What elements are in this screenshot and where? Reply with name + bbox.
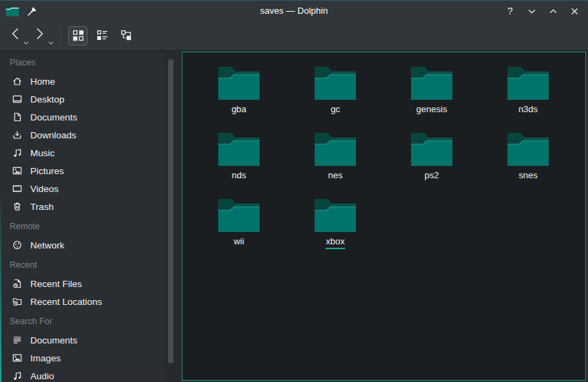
section-label-search-for: Search For <box>0 310 165 331</box>
folder-item-snes[interactable]: snes <box>480 131 576 197</box>
sidebar-item-music[interactable]: Music <box>0 144 165 162</box>
folder-label: n3ds <box>518 104 538 115</box>
sidebar-item-home[interactable]: Home <box>0 72 165 90</box>
music-note-icon <box>12 147 23 158</box>
folder-icon <box>410 66 453 100</box>
folder-icon <box>507 132 549 167</box>
details-tree-view-icon <box>120 30 132 41</box>
maximize-button[interactable] <box>547 6 558 17</box>
titlebar: saves — Dolphin ? <box>0 0 588 21</box>
sidebar-item-recent-locations[interactable]: Recent Locations <box>0 293 165 310</box>
sidebar-item-label: Network <box>30 240 65 251</box>
forward-history-caret-icon[interactable] <box>48 41 54 45</box>
image-icon <box>12 352 23 363</box>
sidebar-item-documents[interactable]: Documents <box>0 331 165 349</box>
folder-icon <box>218 66 260 100</box>
recent-folder-icon <box>12 296 23 307</box>
recent-file-icon <box>12 278 23 289</box>
folder-icon <box>410 132 453 167</box>
toolbar: Home retrodeck saves Split <box>0 21 588 51</box>
section-label-recent: Recent <box>0 254 165 275</box>
music-note-icon <box>12 370 23 381</box>
sidebar-item-pictures[interactable]: Pictures <box>0 162 165 180</box>
toolbar-separator <box>61 28 61 44</box>
folder-item-gba[interactable]: gba <box>191 65 287 131</box>
sidebar-item-label: Desktop <box>30 94 65 105</box>
sidebar-item-desktop[interactable]: Desktop <box>0 90 165 108</box>
folder-item-genesis[interactable]: genesis <box>384 65 480 131</box>
sidebar-item-label: Images <box>30 353 61 363</box>
forward-button[interactable] <box>36 28 51 44</box>
document-icon <box>12 112 23 123</box>
sidebar-item-label: Recent Locations <box>30 297 102 307</box>
sidebar-item-videos[interactable]: Videos <box>0 180 165 198</box>
folder-icon <box>314 66 357 100</box>
icons-view-icon <box>72 30 84 41</box>
folder-item-ps2[interactable]: ps2 <box>384 131 480 197</box>
folder-label: nds <box>232 170 246 181</box>
folder-label: gc <box>330 104 340 115</box>
sidebar-item-label: Home <box>30 76 55 87</box>
section-label-places: Places <box>0 52 165 72</box>
compact-view-button[interactable] <box>92 26 112 45</box>
folder-icon <box>218 198 260 233</box>
section-label-remote: Remote <box>0 215 165 236</box>
sidebar-item-network[interactable]: Network <box>0 236 165 254</box>
folder-icon <box>507 66 549 100</box>
film-icon <box>12 183 23 194</box>
folder-label: gba <box>231 104 246 115</box>
sidebar-item-images[interactable]: Images <box>0 349 165 367</box>
folder-label: nes <box>328 170 343 181</box>
sidebar-item-documents[interactable]: Documents <box>0 108 165 126</box>
sidebar-item-label: Trash <box>30 202 54 212</box>
desktop-icon <box>12 94 23 105</box>
places-panel: PlacesHomeDesktopDocumentsDownloadsMusic… <box>0 52 165 382</box>
sidebar-item-audio[interactable]: Audio <box>0 367 165 382</box>
folder-grid: gbagcgenesisn3dsndsnesps2sneswiixbox <box>182 52 585 263</box>
folder-label: ps2 <box>425 170 439 181</box>
close-button[interactable] <box>569 6 580 17</box>
minimize-button[interactable] <box>526 6 537 17</box>
sidebar-item-label: Downloads <box>30 130 76 140</box>
icons-view-button[interactable] <box>68 26 87 45</box>
sidebar-item-label: Pictures <box>30 166 64 176</box>
folder-label: wii <box>233 236 244 247</box>
download-icon <box>12 129 23 140</box>
text-lines-icon <box>12 335 23 346</box>
compact-view-icon <box>96 30 108 41</box>
folder-item-gc[interactable]: gc <box>287 65 384 131</box>
folder-label: genesis <box>417 104 448 115</box>
home-icon <box>12 76 23 87</box>
back-button[interactable] <box>11 28 26 44</box>
folder-item-n3ds[interactable]: n3ds <box>480 65 576 131</box>
sidebar-item-label: Music <box>30 148 54 158</box>
sidebar-item-label: Documents <box>30 335 77 346</box>
details-view-button[interactable] <box>116 26 136 45</box>
network-icon <box>12 240 23 251</box>
folder-item-wii[interactable]: wii <box>191 197 287 263</box>
trash-icon <box>12 201 23 212</box>
window-title: saves — Dolphin <box>0 1 588 21</box>
folder-label: xbox <box>326 236 344 249</box>
folder-view[interactable]: gbagcgenesisn3dsndsnesps2sneswiixbox <box>182 52 586 381</box>
sidebar-item-trash[interactable]: Trash <box>0 198 165 215</box>
sidebar-sections: PlacesHomeDesktopDocumentsDownloadsMusic… <box>0 52 165 382</box>
folder-icon <box>314 132 357 167</box>
sidebar-scrollbar[interactable] <box>168 59 174 363</box>
sidebar-item-label: Documents <box>30 112 77 123</box>
sidebar-item-recent-files[interactable]: Recent Files <box>0 275 165 293</box>
back-history-caret-icon[interactable] <box>23 41 29 45</box>
sidebar-item-downloads[interactable]: Downloads <box>0 126 165 144</box>
sidebar-item-label: Recent Files <box>30 279 82 289</box>
folder-icon <box>314 198 357 233</box>
folder-item-nds[interactable]: nds <box>191 131 287 197</box>
help-button[interactable]: ? <box>505 6 516 17</box>
folder-item-nes[interactable]: nes <box>287 131 384 197</box>
folder-icon <box>218 132 260 167</box>
sidebar-item-label: Audio <box>30 371 54 381</box>
folder-label: snes <box>518 170 537 181</box>
image-icon <box>12 165 23 176</box>
folder-item-xbox[interactable]: xbox <box>287 197 384 263</box>
sidebar-item-label: Videos <box>30 184 59 194</box>
